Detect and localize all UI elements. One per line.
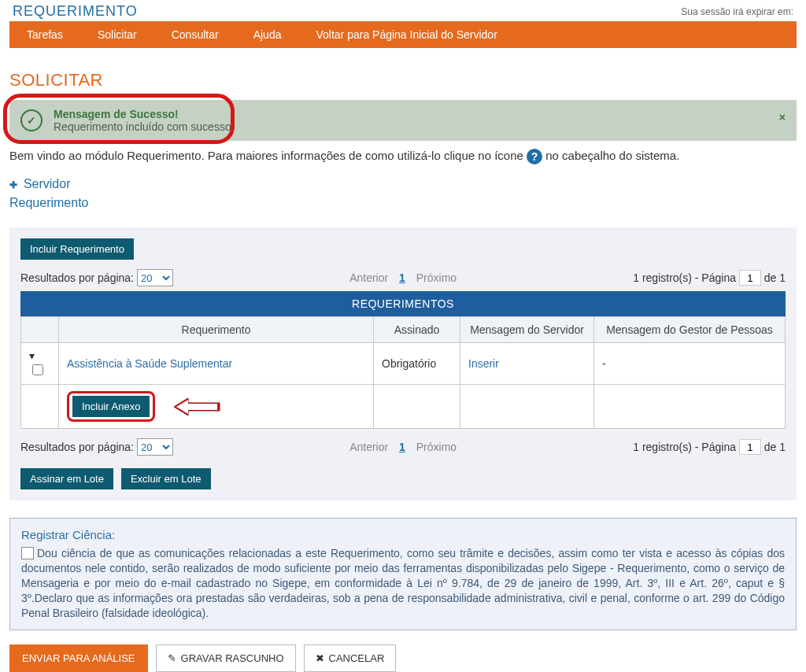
- ciencia-title: Registrar Ciência:: [21, 528, 785, 541]
- pager-summary-prefix: 1 registro(s) - Página: [633, 271, 739, 284]
- requerimento-link[interactable]: Assistência à Saúde Suplementar: [67, 357, 232, 370]
- cell-msg-gestor: -: [594, 343, 786, 385]
- pager-summary-suffix-bottom: de 1: [764, 441, 786, 453]
- session-expiry-text: Sua sessão irá expirar em:: [681, 6, 793, 17]
- success-check-icon: ✓: [20, 109, 43, 131]
- incluir-anexo-button[interactable]: Incluir Anexo: [72, 396, 150, 417]
- rpp-select[interactable]: 20: [137, 269, 173, 286]
- success-message: Requerimento incluído com sucesso.: [54, 120, 235, 133]
- rpp-label-bottom: Resultados por página:: [20, 441, 134, 453]
- nav-item-solicitar[interactable]: Solicitar: [80, 21, 154, 48]
- welcome-help-line: Bem vindo ao módulo Requerimento. Para m…: [9, 149, 797, 164]
- page-title: SOLICITAR: [9, 70, 797, 90]
- pager-next[interactable]: Próximo: [416, 271, 457, 284]
- pager-prev-bottom[interactable]: Anterior: [349, 441, 388, 453]
- nav-item-consultar[interactable]: Consultar: [154, 21, 236, 48]
- requerimento-section-title: Requerimento: [9, 196, 797, 210]
- servidor-label: Servidor: [24, 177, 71, 190]
- nav-item-voltar[interactable]: Voltar para Página Inicial do Servidor: [298, 21, 514, 48]
- help-line-prefix: Bem vindo ao módulo Requerimento. Para m…: [9, 149, 527, 162]
- cancelar-label: CANCELAR: [329, 652, 385, 664]
- pager-summary-suffix: de 1: [764, 271, 786, 284]
- inserir-msg-servidor-link[interactable]: Inserir: [468, 357, 499, 370]
- pager-current-page-bottom[interactable]: 1: [399, 441, 405, 453]
- close-icon[interactable]: ×: [779, 111, 786, 124]
- rpp-label: Resultados por página:: [20, 271, 134, 284]
- col-msg-gestor: Mensagem do Gestor de Pessoas: [594, 317, 786, 343]
- footer-actions: ENVIAR PARA ANÁLISE ✎ GRAVAR RASCUNHO ✖ …: [9, 644, 797, 672]
- col-expand: [21, 317, 59, 343]
- table-row-expanded: Incluir Anexo: [21, 385, 786, 429]
- success-banner: ✓ Mensagem de Sucesso! Requerimento incl…: [9, 100, 797, 141]
- ciencia-text: Dou ciência de que as comunicações relac…: [21, 547, 785, 619]
- help-question-icon[interactable]: ?: [527, 149, 542, 164]
- pager-current-page[interactable]: 1: [399, 271, 405, 284]
- annotation-arrow-icon: [174, 397, 221, 417]
- cancelar-button[interactable]: ✖ CANCELAR: [304, 644, 397, 672]
- requerimentos-table: Requerimento Assinado Mensagem do Servid…: [20, 316, 786, 429]
- pager-top: Resultados por página: 20 Anterior 1 Pró…: [20, 269, 786, 286]
- excluir-lote-button[interactable]: Excluir em Lote: [121, 468, 211, 489]
- col-requerimento: Requerimento: [59, 317, 374, 343]
- requerimento-panel: Incluir Requerimento Resultados por pági…: [9, 227, 797, 500]
- cell-assinado: Obrigatório: [374, 343, 460, 385]
- assinar-lote-button[interactable]: Assinar em Lote: [20, 468, 113, 489]
- gravar-rascunho-button[interactable]: ✎ GRAVAR RASCUNHO: [156, 644, 296, 672]
- annotation-highlight-anexo: Incluir Anexo: [67, 391, 155, 422]
- row-checkbox[interactable]: [32, 364, 43, 375]
- header-bar: REQUERIMENTO Sua sessão irá expirar em:: [9, 0, 797, 21]
- table-band-header: REQUERIMENTOS: [20, 291, 786, 316]
- col-assinado: Assinado: [374, 317, 460, 343]
- expand-plus-icon: ✚: [9, 179, 17, 190]
- table-header-row: Requerimento Assinado Mensagem do Servid…: [21, 317, 786, 343]
- success-banner-wrapper: ✓ Mensagem de Sucesso! Requerimento incl…: [9, 100, 797, 141]
- nav-item-tarefas[interactable]: Tarefas: [9, 21, 80, 48]
- pager-bottom: Resultados por página: 20 Anterior 1 Pró…: [20, 438, 786, 456]
- enviar-analise-button[interactable]: ENVIAR PARA ANÁLISE: [9, 644, 148, 672]
- success-texts: Mensagem de Sucesso! Requerimento incluí…: [54, 108, 235, 133]
- cancel-x-icon: ✖: [316, 652, 324, 664]
- main-nav: Tarefas Solicitar Consultar Ajuda Voltar…: [9, 21, 797, 48]
- help-line-suffix: no cabeçalho do sistema.: [545, 149, 679, 162]
- col-msg-servidor: Mensagem do Servidor: [460, 317, 594, 343]
- app-title: REQUERIMENTO: [13, 3, 138, 20]
- pager-next-bottom[interactable]: Próximo: [416, 441, 457, 453]
- rpp-select-bottom[interactable]: 20: [137, 438, 173, 456]
- table-row: ▾ Assistência à Saúde Suplementar Obriga…: [21, 343, 786, 385]
- save-icon: ✎: [168, 652, 176, 664]
- page-number-input[interactable]: [739, 270, 761, 286]
- nav-item-ajuda[interactable]: Ajuda: [236, 21, 299, 48]
- pager-prev[interactable]: Anterior: [349, 271, 388, 284]
- pager-summary-prefix-bottom: 1 registro(s) - Página: [633, 441, 739, 453]
- page-number-input-bottom[interactable]: [739, 439, 761, 455]
- lote-actions: Assinar em Lote Excluir em Lote: [20, 468, 786, 489]
- incluir-requerimento-button[interactable]: Incluir Requerimento: [20, 238, 134, 260]
- row-expand-caret-icon[interactable]: ▾: [29, 349, 37, 362]
- gravar-rascunho-label: GRAVAR RASCUNHO: [181, 652, 284, 664]
- registrar-ciencia-box: Registrar Ciência: Dou ciência de que as…: [9, 518, 797, 630]
- ciencia-checkbox[interactable]: [21, 547, 34, 559]
- success-title: Mensagem de Sucesso!: [54, 108, 235, 120]
- servidor-section-toggle[interactable]: ✚ Servidor: [9, 177, 797, 191]
